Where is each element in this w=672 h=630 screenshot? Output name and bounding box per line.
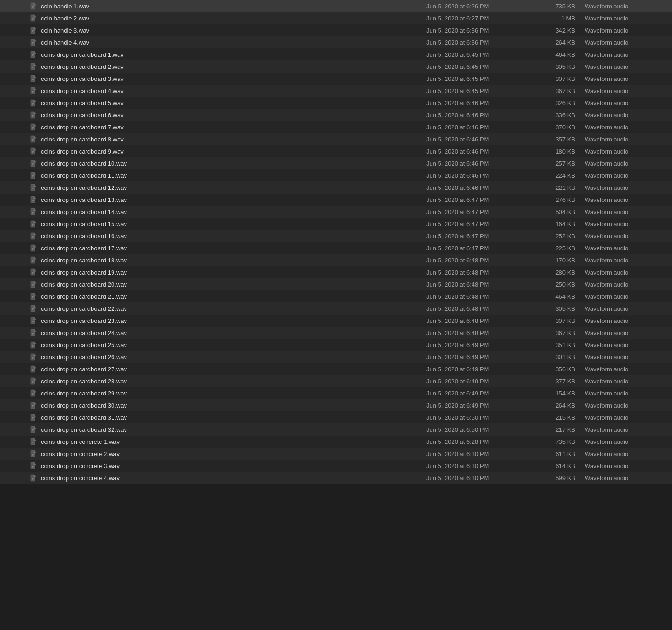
file-icon-col bbox=[4, 353, 41, 361]
table-row[interactable]: coins drop on cardboard 28.wav Jun 5, 20… bbox=[0, 375, 672, 387]
file-icon-col bbox=[4, 402, 41, 409]
file-size: 367 KB bbox=[529, 329, 585, 336]
table-row[interactable]: coins drop on cardboard 24.wav Jun 5, 20… bbox=[0, 327, 672, 339]
audio-file-icon bbox=[30, 160, 37, 167]
audio-file-icon bbox=[30, 99, 37, 107]
table-row[interactable]: coins drop on cardboard 15.wav Jun 5, 20… bbox=[0, 218, 672, 230]
file-size: 252 KB bbox=[529, 233, 585, 240]
table-row[interactable]: coins drop on cardboard 21.wav Jun 5, 20… bbox=[0, 290, 672, 302]
file-kind: Waveform audio bbox=[585, 27, 668, 34]
file-name: coins drop on cardboard 9.wav bbox=[41, 148, 426, 155]
table-row[interactable]: coins drop on concrete 1.wav Jun 5, 2020… bbox=[0, 436, 672, 448]
file-kind: Waveform audio bbox=[585, 221, 668, 228]
file-size: 225 KB bbox=[529, 245, 585, 252]
table-row[interactable]: coins drop on cardboard 22.wav Jun 5, 20… bbox=[0, 302, 672, 315]
file-icon-col bbox=[4, 63, 41, 70]
file-icon-col bbox=[4, 184, 41, 191]
table-row[interactable]: coins drop on concrete 2.wav Jun 5, 2020… bbox=[0, 448, 672, 460]
file-icon-col bbox=[4, 123, 41, 131]
table-row[interactable]: coins drop on cardboard 4.wav Jun 5, 202… bbox=[0, 85, 672, 97]
file-date: Jun 5, 2020 at 6:27 PM bbox=[426, 15, 529, 22]
table-row[interactable]: coins drop on cardboard 19.wav Jun 5, 20… bbox=[0, 266, 672, 278]
file-icon-col bbox=[4, 27, 41, 34]
table-row[interactable]: coins drop on cardboard 31.wav Jun 5, 20… bbox=[0, 411, 672, 423]
table-row[interactable]: coins drop on cardboard 12.wav Jun 5, 20… bbox=[0, 181, 672, 194]
table-row[interactable]: coins drop on cardboard 11.wav Jun 5, 20… bbox=[0, 169, 672, 181]
table-row[interactable]: coins drop on cardboard 9.wav Jun 5, 202… bbox=[0, 145, 672, 157]
file-name: coins drop on cardboard 21.wav bbox=[41, 293, 426, 300]
table-row[interactable]: coins drop on cardboard 18.wav Jun 5, 20… bbox=[0, 254, 672, 266]
file-icon-col bbox=[4, 474, 41, 482]
file-kind: Waveform audio bbox=[585, 438, 668, 445]
table-row[interactable]: coin handle 3.wav Jun 5, 2020 at 6:36 PM… bbox=[0, 24, 672, 36]
file-kind: Waveform audio bbox=[585, 426, 668, 433]
file-date: Jun 5, 2020 at 6:48 PM bbox=[426, 305, 529, 312]
file-kind: Waveform audio bbox=[585, 3, 668, 10]
table-row[interactable]: coins drop on cardboard 7.wav Jun 5, 202… bbox=[0, 121, 672, 133]
table-row[interactable]: coins drop on cardboard 23.wav Jun 5, 20… bbox=[0, 315, 672, 327]
table-row[interactable]: coins drop on cardboard 27.wav Jun 5, 20… bbox=[0, 363, 672, 375]
file-name: coins drop on cardboard 14.wav bbox=[41, 208, 426, 215]
file-size: 154 KB bbox=[529, 390, 585, 397]
audio-file-icon bbox=[30, 39, 37, 46]
table-row[interactable]: coins drop on cardboard 10.wav Jun 5, 20… bbox=[0, 157, 672, 169]
file-kind: Waveform audio bbox=[585, 148, 668, 155]
table-row[interactable]: coins drop on cardboard 25.wav Jun 5, 20… bbox=[0, 339, 672, 351]
file-name: coins drop on cardboard 27.wav bbox=[41, 366, 426, 373]
table-row[interactable]: coins drop on cardboard 16.wav Jun 5, 20… bbox=[0, 230, 672, 242]
table-row[interactable]: coins drop on cardboard 2.wav Jun 5, 202… bbox=[0, 60, 672, 73]
file-size: 276 KB bbox=[529, 196, 585, 203]
file-icon-col bbox=[4, 14, 41, 22]
file-date: Jun 5, 2020 at 6:46 PM bbox=[426, 136, 529, 143]
file-name: coins drop on concrete 4.wav bbox=[41, 475, 426, 482]
file-kind: Waveform audio bbox=[585, 342, 668, 349]
file-date: Jun 5, 2020 at 6:47 PM bbox=[426, 233, 529, 240]
audio-file-icon bbox=[30, 232, 37, 240]
file-size: 164 KB bbox=[529, 221, 585, 228]
file-kind: Waveform audio bbox=[585, 269, 668, 276]
file-name: coins drop on cardboard 32.wav bbox=[41, 426, 426, 433]
file-date: Jun 5, 2020 at 6:46 PM bbox=[426, 172, 529, 179]
table-row[interactable]: coins drop on cardboard 5.wav Jun 5, 202… bbox=[0, 97, 672, 109]
table-row[interactable]: coin handle 2.wav Jun 5, 2020 at 6:27 PM… bbox=[0, 12, 672, 24]
table-row[interactable]: coins drop on cardboard 13.wav Jun 5, 20… bbox=[0, 194, 672, 206]
table-row[interactable]: coin handle 4.wav Jun 5, 2020 at 6:36 PM… bbox=[0, 36, 672, 48]
audio-file-icon bbox=[30, 123, 37, 131]
table-row[interactable]: coins drop on cardboard 3.wav Jun 5, 202… bbox=[0, 73, 672, 85]
file-icon-col bbox=[4, 377, 41, 385]
file-size: 735 KB bbox=[529, 3, 585, 10]
file-name: coins drop on cardboard 11.wav bbox=[41, 172, 426, 179]
audio-file-icon bbox=[30, 353, 37, 361]
table-row[interactable]: coin handle 1.wav Jun 5, 2020 at 6:26 PM… bbox=[0, 0, 672, 12]
file-date: Jun 5, 2020 at 6:49 PM bbox=[426, 378, 529, 385]
table-row[interactable]: coins drop on concrete 4.wav Jun 5, 2020… bbox=[0, 472, 672, 484]
audio-file-icon bbox=[30, 256, 37, 264]
table-row[interactable]: coins drop on cardboard 8.wav Jun 5, 202… bbox=[0, 133, 672, 145]
table-row[interactable]: coins drop on cardboard 1.wav Jun 5, 202… bbox=[0, 48, 672, 60]
file-name: coins drop on cardboard 30.wav bbox=[41, 402, 426, 409]
audio-file-icon bbox=[30, 438, 37, 445]
file-date: Jun 5, 2020 at 6:30 PM bbox=[426, 450, 529, 457]
file-kind: Waveform audio bbox=[585, 281, 668, 288]
table-row[interactable]: coins drop on cardboard 14.wav Jun 5, 20… bbox=[0, 206, 672, 218]
file-date: Jun 5, 2020 at 6:47 PM bbox=[426, 245, 529, 252]
file-name: coins drop on cardboard 5.wav bbox=[41, 100, 426, 107]
file-date: Jun 5, 2020 at 6:26 PM bbox=[426, 3, 529, 10]
file-icon-col bbox=[4, 39, 41, 46]
table-row[interactable]: coins drop on concrete 3.wav Jun 5, 2020… bbox=[0, 460, 672, 472]
file-kind: Waveform audio bbox=[585, 305, 668, 312]
table-row[interactable]: coins drop on cardboard 6.wav Jun 5, 202… bbox=[0, 109, 672, 121]
audio-file-icon bbox=[30, 111, 37, 119]
file-size: 217 KB bbox=[529, 426, 585, 433]
file-kind: Waveform audio bbox=[585, 414, 668, 421]
table-row[interactable]: coins drop on cardboard 26.wav Jun 5, 20… bbox=[0, 351, 672, 363]
table-row[interactable]: coins drop on cardboard 30.wav Jun 5, 20… bbox=[0, 399, 672, 411]
file-icon-col bbox=[4, 450, 41, 457]
audio-file-icon bbox=[30, 317, 37, 324]
table-row[interactable]: coins drop on cardboard 17.wav Jun 5, 20… bbox=[0, 242, 672, 254]
audio-file-icon bbox=[30, 2, 37, 10]
file-kind: Waveform audio bbox=[585, 233, 668, 240]
table-row[interactable]: coins drop on cardboard 29.wav Jun 5, 20… bbox=[0, 387, 672, 399]
table-row[interactable]: coins drop on cardboard 20.wav Jun 5, 20… bbox=[0, 278, 672, 290]
table-row[interactable]: coins drop on cardboard 32.wav Jun 5, 20… bbox=[0, 423, 672, 436]
